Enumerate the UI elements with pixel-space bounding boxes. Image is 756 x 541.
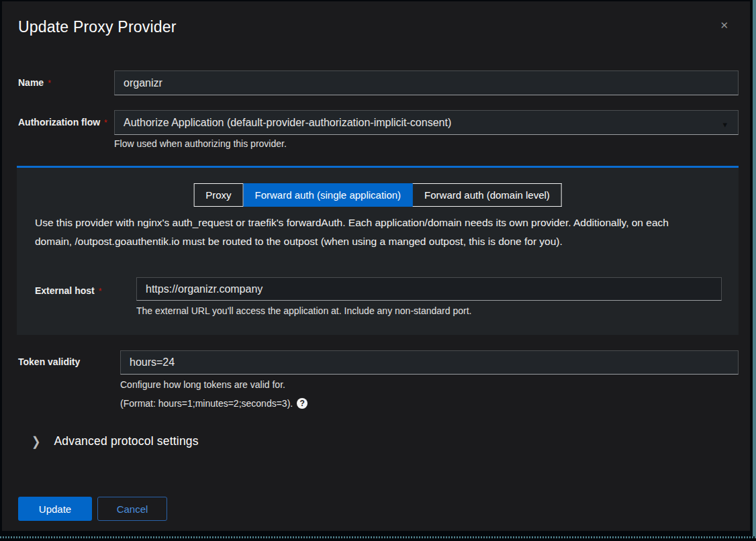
authorization-flow-label: Authorization flow*	[18, 117, 107, 128]
cancel-button[interactable]: Cancel	[97, 497, 167, 521]
tab-forward-auth-single[interactable]: Forward auth (single application)	[243, 183, 413, 207]
modal-footer: Update Cancel	[18, 497, 167, 521]
tab-forward-auth-domain[interactable]: Forward auth (domain level)	[413, 183, 562, 207]
window-edge	[753, 0, 756, 541]
token-validity-label: Token validity	[18, 356, 80, 367]
update-button[interactable]: Update	[18, 497, 92, 521]
token-validity-help: Configure how long tokens are valid for.	[120, 379, 285, 390]
external-host-field[interactable]	[136, 277, 722, 301]
chevron-right-icon: ❯	[32, 434, 40, 449]
required-asterisk: *	[99, 287, 102, 296]
advanced-protocol-settings-label: Advanced protocol settings	[54, 434, 198, 448]
window-edge	[0, 538, 756, 541]
token-validity-field[interactable]	[120, 350, 739, 375]
required-asterisk: *	[104, 118, 107, 128]
token-validity-format-help: (Format: hours=1;minutes=2;seconds=3). ?	[120, 398, 308, 409]
advanced-protocol-settings-toggle[interactable]: ❯ Advanced protocol settings	[32, 434, 199, 448]
required-asterisk: *	[48, 79, 51, 88]
mode-description: Use this provider with nginx's auth_requ…	[35, 213, 700, 251]
tab-proxy[interactable]: Proxy	[193, 183, 243, 207]
screenshot-frame: Update Proxy Provider ✕ Name* Authorizat…	[0, 0, 756, 541]
name-field[interactable]	[114, 70, 739, 95]
help-icon[interactable]: ?	[297, 398, 308, 409]
authorization-flow-select[interactable]: Authorize Application (default-provider-…	[114, 110, 739, 135]
proxy-mode-panel: Proxy Forward auth (single application) …	[17, 168, 739, 335]
mode-toggle-group: Proxy Forward auth (single application) …	[193, 183, 562, 207]
external-host-help: The external URL you'll access the appli…	[136, 305, 471, 316]
chevron-down-icon: ▾	[722, 120, 727, 129]
name-label: Name*	[18, 77, 51, 88]
page-title: Update Proxy Provider	[18, 18, 177, 36]
close-icon[interactable]: ✕	[720, 20, 728, 30]
authorization-flow-value: Authorize Application (default-provider-…	[124, 117, 451, 129]
update-proxy-provider-modal: Update Proxy Provider ✕ Name* Authorizat…	[2, 1, 750, 531]
external-host-label: External host*	[35, 285, 101, 296]
authorization-flow-help: Flow used when authorizing this provider…	[114, 138, 287, 149]
